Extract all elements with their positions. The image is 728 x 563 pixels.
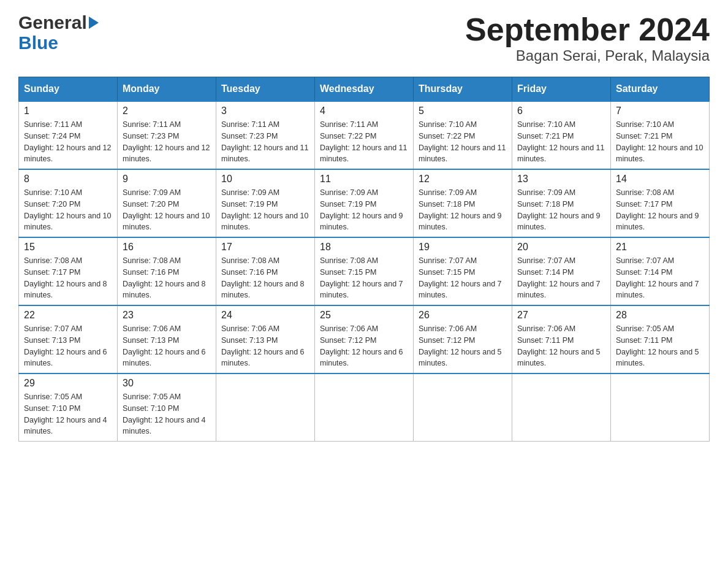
day-info: Sunrise: 7:07 AMSunset: 7:15 PMDaylight:… xyxy=(419,255,507,301)
calendar-cell: 14Sunrise: 7:08 AMSunset: 7:17 PMDayligh… xyxy=(611,169,710,237)
day-info: Sunrise: 7:07 AMSunset: 7:14 PMDaylight:… xyxy=(616,255,704,301)
calendar-cell: 10Sunrise: 7:09 AMSunset: 7:19 PMDayligh… xyxy=(216,169,315,237)
calendar-cell: 8Sunrise: 7:10 AMSunset: 7:20 PMDaylight… xyxy=(19,169,118,237)
day-info: Sunrise: 7:11 AMSunset: 7:22 PMDaylight:… xyxy=(320,119,408,165)
calendar-title: September 2024 xyxy=(465,12,710,47)
day-info: Sunrise: 7:08 AMSunset: 7:16 PMDaylight:… xyxy=(123,255,211,301)
calendar-cell: 20Sunrise: 7:07 AMSunset: 7:14 PMDayligh… xyxy=(512,237,611,305)
day-info: Sunrise: 7:06 AMSunset: 7:12 PMDaylight:… xyxy=(320,323,408,369)
calendar-cell: 18Sunrise: 7:08 AMSunset: 7:15 PMDayligh… xyxy=(315,237,414,305)
calendar-header-monday: Monday xyxy=(118,77,216,102)
day-info: Sunrise: 7:07 AMSunset: 7:14 PMDaylight:… xyxy=(517,255,605,301)
day-info: Sunrise: 7:05 AMSunset: 7:10 PMDaylight:… xyxy=(123,391,211,437)
calendar-cell: 16Sunrise: 7:08 AMSunset: 7:16 PMDayligh… xyxy=(118,237,216,305)
day-info: Sunrise: 7:09 AMSunset: 7:20 PMDaylight:… xyxy=(123,187,211,233)
calendar-cell: 28Sunrise: 7:05 AMSunset: 7:11 PMDayligh… xyxy=(611,305,710,373)
calendar-cell: 11Sunrise: 7:09 AMSunset: 7:19 PMDayligh… xyxy=(315,169,414,237)
day-info: Sunrise: 7:09 AMSunset: 7:19 PMDaylight:… xyxy=(221,187,309,233)
calendar-cell: 22Sunrise: 7:07 AMSunset: 7:13 PMDayligh… xyxy=(19,305,118,373)
day-info: Sunrise: 7:06 AMSunset: 7:12 PMDaylight:… xyxy=(419,323,507,369)
day-number: 10 xyxy=(221,174,309,185)
calendar-week-5: 29Sunrise: 7:05 AMSunset: 7:10 PMDayligh… xyxy=(19,373,710,442)
day-info: Sunrise: 7:10 AMSunset: 7:20 PMDaylight:… xyxy=(24,187,112,233)
day-info: Sunrise: 7:09 AMSunset: 7:18 PMDaylight:… xyxy=(419,187,507,233)
title-block: September 2024 Bagan Serai, Perak, Malay… xyxy=(465,12,710,64)
day-info: Sunrise: 7:11 AMSunset: 7:23 PMDaylight:… xyxy=(123,119,211,165)
day-number: 1 xyxy=(24,105,112,117)
day-info: Sunrise: 7:09 AMSunset: 7:19 PMDaylight:… xyxy=(320,187,408,233)
calendar-cell xyxy=(611,373,710,442)
calendar-week-4: 22Sunrise: 7:07 AMSunset: 7:13 PMDayligh… xyxy=(19,305,710,373)
day-info: Sunrise: 7:11 AMSunset: 7:24 PMDaylight:… xyxy=(24,119,112,165)
calendar-header-row: SundayMondayTuesdayWednesdayThursdayFrid… xyxy=(19,77,710,102)
calendar-week-1: 1Sunrise: 7:11 AMSunset: 7:24 PMDaylight… xyxy=(19,101,710,169)
day-number: 22 xyxy=(24,310,112,321)
day-info: Sunrise: 7:10 AMSunset: 7:22 PMDaylight:… xyxy=(419,119,507,165)
day-info: Sunrise: 7:05 AMSunset: 7:11 PMDaylight:… xyxy=(616,323,704,369)
calendar-cell: 27Sunrise: 7:06 AMSunset: 7:11 PMDayligh… xyxy=(512,305,611,373)
calendar-cell: 1Sunrise: 7:11 AMSunset: 7:24 PMDaylight… xyxy=(19,101,118,169)
day-number: 26 xyxy=(419,310,507,321)
calendar-cell: 2Sunrise: 7:11 AMSunset: 7:23 PMDaylight… xyxy=(118,101,216,169)
day-number: 14 xyxy=(616,174,704,185)
calendar-header-wednesday: Wednesday xyxy=(315,77,414,102)
calendar-table: SundayMondayTuesdayWednesdayThursdayFrid… xyxy=(18,77,710,442)
calendar-location: Bagan Serai, Perak, Malaysia xyxy=(465,47,710,64)
calendar-header-sunday: Sunday xyxy=(19,77,118,102)
calendar-cell: 24Sunrise: 7:06 AMSunset: 7:13 PMDayligh… xyxy=(216,305,315,373)
calendar-cell: 17Sunrise: 7:08 AMSunset: 7:16 PMDayligh… xyxy=(216,237,315,305)
logo: General Blue xyxy=(18,12,99,53)
calendar-cell xyxy=(512,373,611,442)
logo-general-text: General xyxy=(18,12,87,33)
day-number: 5 xyxy=(419,105,507,117)
calendar-cell: 6Sunrise: 7:10 AMSunset: 7:21 PMDaylight… xyxy=(512,101,611,169)
day-number: 23 xyxy=(123,310,211,321)
calendar-cell: 7Sunrise: 7:10 AMSunset: 7:21 PMDaylight… xyxy=(611,101,710,169)
day-number: 17 xyxy=(221,242,309,253)
day-number: 25 xyxy=(320,310,408,321)
calendar-cell: 26Sunrise: 7:06 AMSunset: 7:12 PMDayligh… xyxy=(414,305,512,373)
calendar-cell: 3Sunrise: 7:11 AMSunset: 7:23 PMDaylight… xyxy=(216,101,315,169)
calendar-header-saturday: Saturday xyxy=(611,77,710,102)
day-number: 20 xyxy=(517,242,605,253)
calendar-cell: 9Sunrise: 7:09 AMSunset: 7:20 PMDaylight… xyxy=(118,169,216,237)
calendar-cell: 30Sunrise: 7:05 AMSunset: 7:10 PMDayligh… xyxy=(118,373,216,442)
day-number: 15 xyxy=(24,242,112,253)
day-info: Sunrise: 7:09 AMSunset: 7:18 PMDaylight:… xyxy=(517,187,605,233)
calendar-cell: 25Sunrise: 7:06 AMSunset: 7:12 PMDayligh… xyxy=(315,305,414,373)
calendar-cell xyxy=(315,373,414,442)
day-number: 18 xyxy=(320,242,408,253)
calendar-week-3: 15Sunrise: 7:08 AMSunset: 7:17 PMDayligh… xyxy=(19,237,710,305)
calendar-cell: 15Sunrise: 7:08 AMSunset: 7:17 PMDayligh… xyxy=(19,237,118,305)
day-number: 13 xyxy=(517,174,605,185)
day-number: 3 xyxy=(221,105,309,117)
day-number: 6 xyxy=(517,105,605,117)
day-info: Sunrise: 7:10 AMSunset: 7:21 PMDaylight:… xyxy=(517,119,605,165)
day-info: Sunrise: 7:06 AMSunset: 7:13 PMDaylight:… xyxy=(221,323,309,369)
calendar-cell: 5Sunrise: 7:10 AMSunset: 7:22 PMDaylight… xyxy=(414,101,512,169)
day-number: 16 xyxy=(123,242,211,253)
day-number: 2 xyxy=(123,105,211,117)
day-number: 9 xyxy=(123,174,211,185)
day-number: 19 xyxy=(419,242,507,253)
day-info: Sunrise: 7:06 AMSunset: 7:13 PMDaylight:… xyxy=(123,323,211,369)
day-number: 27 xyxy=(517,310,605,321)
day-number: 11 xyxy=(320,174,408,185)
calendar-header-tuesday: Tuesday xyxy=(216,77,315,102)
day-info: Sunrise: 7:06 AMSunset: 7:11 PMDaylight:… xyxy=(517,323,605,369)
day-number: 29 xyxy=(24,378,112,389)
logo-blue-text: Blue xyxy=(18,33,99,53)
calendar-cell: 19Sunrise: 7:07 AMSunset: 7:15 PMDayligh… xyxy=(414,237,512,305)
day-number: 7 xyxy=(616,105,704,117)
day-info: Sunrise: 7:05 AMSunset: 7:10 PMDaylight:… xyxy=(24,391,112,437)
calendar-cell: 12Sunrise: 7:09 AMSunset: 7:18 PMDayligh… xyxy=(414,169,512,237)
calendar-cell xyxy=(414,373,512,442)
calendar-cell: 23Sunrise: 7:06 AMSunset: 7:13 PMDayligh… xyxy=(118,305,216,373)
day-number: 21 xyxy=(616,242,704,253)
calendar-week-2: 8Sunrise: 7:10 AMSunset: 7:20 PMDaylight… xyxy=(19,169,710,237)
day-number: 28 xyxy=(616,310,704,321)
day-info: Sunrise: 7:11 AMSunset: 7:23 PMDaylight:… xyxy=(221,119,309,165)
calendar-header-friday: Friday xyxy=(512,77,611,102)
day-info: Sunrise: 7:08 AMSunset: 7:17 PMDaylight:… xyxy=(24,255,112,301)
day-number: 12 xyxy=(419,174,507,185)
